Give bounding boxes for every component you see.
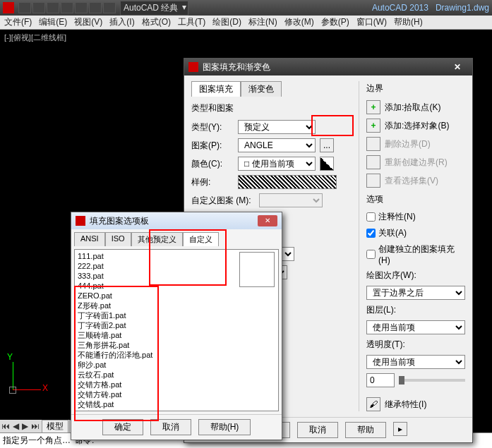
sample-swatch[interactable] [238,175,337,189]
color-swatch-button[interactable] [320,157,334,171]
tab-model[interactable]: 模型 [42,420,68,433]
inherit-props[interactable]: 继承特性(I) [385,399,426,411]
menu-insert[interactable]: 插入(I) [109,16,134,28]
menu-param[interactable]: 参数(P) [321,16,349,28]
color-combo[interactable]: □ 使用当前项 [238,157,316,171]
menu-window[interactable]: 窗口(W) [356,16,387,28]
pattern-item[interactable]: 丁字砖面2.pat [78,320,275,330]
help-button[interactable]: 帮助(H) [198,419,251,435]
pattern-combo[interactable]: ANGLE [238,138,316,152]
custom-pattern-label: 自定义图案 (M): [191,195,255,207]
file-name: Drawing1.dwg [436,3,489,13]
add-select[interactable]: 添加:选择对象(B) [385,120,449,132]
independent-check[interactable] [366,250,376,259]
pattern-item[interactable]: 不能通行的沼泽地.pat [78,350,275,360]
menu-help[interactable]: 帮助(H) [394,16,423,28]
inherit-icon[interactable]: 🖌 [366,397,380,411]
tab-iso[interactable]: ISO [105,232,131,246]
qat-button[interactable] [61,2,73,13]
custom-pattern-combo [259,193,323,207]
hatch-dialog-title[interactable]: 图案填充和渐变色 ✕ [184,59,472,75]
qat-button[interactable] [18,2,31,13]
axis-y-label: Y [7,352,13,362]
tab-nav-last[interactable]: ⏭ [30,421,41,431]
pattern-item[interactable]: 卵沙.pat [78,360,275,370]
pattern-preview [239,252,275,287]
menu-draw[interactable]: 绘图(D) [212,16,241,28]
quick-access-toolbar [18,2,116,13]
menu-dim[interactable]: 标注(N) [248,16,277,28]
palette-title-text: 填充图案选项板 [90,215,149,227]
annotative-label: 注释性(N) [378,211,416,223]
workspace-combo[interactable]: AutoCAD 经典 [120,1,188,16]
tab-nav-first[interactable]: ⏮ [0,421,11,431]
boundary-label: 边界 [366,83,465,95]
tab-nav-prev[interactable]: ◀ [11,421,20,431]
pattern-item[interactable]: 交错方格.pat [78,380,275,389]
pattern-item[interactable]: 丁字砖面1.pat [78,310,275,320]
transparency-slider[interactable] [399,376,404,385]
view-label[interactable]: [-][俯视][二维线框] [0,30,492,46]
tab-hatch[interactable]: 图案填充 [191,81,241,97]
transparency-value[interactable] [366,373,395,387]
pattern-label: 图案(P): [191,140,234,152]
associative-check[interactable] [366,229,376,238]
app-icon [76,216,85,226]
pattern-item[interactable]: 三顺砖墙.pat [78,330,275,340]
type-combo[interactable]: 预定义 [238,120,316,134]
menu-view[interactable]: 视图(V) [74,16,102,28]
qat-button[interactable] [32,2,45,13]
cancel-button[interactable]: 取消 [150,419,191,435]
ok-button[interactable]: 确定 [102,419,143,435]
add-pickpoint[interactable]: 添加:拾取点(K) [385,102,440,114]
command-prompt: 指定另一个角点… [3,435,71,447]
qat-button[interactable] [47,2,59,13]
pattern-browse-button[interactable]: ... [320,138,334,152]
pattern-palette-dialog: 填充图案选项板 ✕ ANSI ISO 其他预定义 自定义 111.pat222.… [71,212,282,440]
add-select-icon[interactable]: + [366,119,380,133]
qat-button[interactable] [89,2,102,13]
qat-button[interactable] [75,2,88,13]
app-logo-icon [3,2,14,13]
palette-title[interactable]: 填充图案选项板 ✕ [71,212,282,229]
close-icon[interactable]: ✕ [447,62,468,72]
transparency-label: 透明度(T): [366,339,465,351]
pattern-item[interactable]: 交错线.pat [78,399,275,409]
transparency-combo[interactable]: 使用当前项 [366,355,465,369]
tab-ansi[interactable]: ANSI [74,232,105,246]
close-icon[interactable]: ✕ [258,215,277,226]
draworder-combo[interactable]: 置于边界之后 [366,286,465,300]
add-pickpoint-icon[interactable]: + [366,100,380,114]
delete-boundary: 删除边界(D) [385,138,431,150]
menu-edit[interactable]: 编辑(E) [39,16,67,28]
cancel-button[interactable]: 取消 [297,422,338,438]
pattern-item[interactable]: 云纹石.pat [78,370,275,380]
pattern-item[interactable]: 三角形拼花.pat [78,340,275,350]
qat-button[interactable] [103,2,116,13]
menu-format[interactable]: 格式(O) [142,16,171,28]
menu-bar: 文件(F) 编辑(E) 视图(V) 插入(I) 格式(O) 工具(T) 绘图(D… [0,16,492,30]
menu-tools[interactable]: 工具(T) [178,16,205,28]
pattern-item[interactable]: ZERO.pat [78,291,275,301]
tab-gradient[interactable]: 渐变色 [241,81,282,97]
tab-other[interactable]: 其他预定义 [131,232,183,246]
pattern-item[interactable]: Z形砖.pat [78,301,275,310]
pattern-item[interactable]: 人字木条.pat [78,409,275,411]
layer-combo[interactable]: 使用当前项 [366,320,465,334]
annotative-check[interactable] [366,212,376,222]
help-button[interactable]: 帮助 [345,422,386,438]
layer-label: 图层(L): [366,304,465,316]
options-label: 选项 [366,193,465,205]
recreate-boundary: 重新创建边界(R) [385,157,448,169]
menu-file[interactable]: 文件(F) [4,16,32,28]
expand-icon[interactable]: ▸ [393,422,407,436]
tab-custom[interactable]: 自定义 [183,232,219,246]
delete-boundary-icon [366,137,380,151]
recreate-boundary-icon [366,155,380,169]
menu-modify[interactable]: 修改(M) [284,16,314,28]
title-bar: AutoCAD 经典 AutoCAD 2013 Drawing1.dwg [0,0,492,16]
axis-x-label: X [42,383,48,393]
tab-nav-next[interactable]: ▶ [20,421,30,431]
app-name: AutoCAD 2013 [372,3,428,13]
pattern-item[interactable]: 交错方砖.pat [78,389,275,399]
